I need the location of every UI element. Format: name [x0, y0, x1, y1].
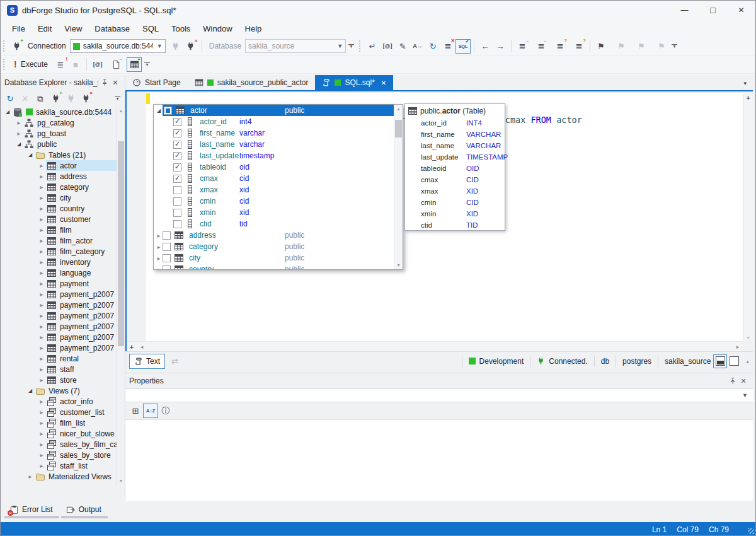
expander-icon[interactable]	[37, 398, 46, 405]
expander-icon[interactable]	[37, 409, 46, 416]
close-panel-icon[interactable]	[110, 78, 121, 88]
expander-icon[interactable]	[37, 280, 46, 287]
checkbox[interactable]	[173, 118, 181, 126]
tree-item[interactable]: sales_by_store	[1, 450, 117, 460]
alphabetical-icon[interactable]: A↓Z	[143, 404, 158, 418]
toolbar-overflow-button[interactable]	[115, 96, 120, 100]
expander-icon[interactable]	[37, 323, 46, 330]
expander-icon[interactable]	[155, 243, 163, 250]
tree-item[interactable]: film_actor	[1, 235, 117, 246]
tree-item[interactable]: nicer_but_slowe	[1, 428, 117, 439]
tree-item[interactable]: pg_toast	[1, 128, 117, 139]
expander-icon[interactable]	[37, 301, 46, 308]
expander-icon[interactable]	[26, 152, 35, 158]
toggle-bookmark-icon[interactable]: ⚑	[593, 39, 609, 54]
connection-state[interactable]: Connected.	[534, 357, 590, 366]
next-bookmark-icon[interactable]: ⚑	[634, 39, 649, 54]
toolbar-grip[interactable]	[3, 40, 6, 52]
checkbox[interactable]	[173, 175, 181, 183]
go-to-line-icon[interactable]: ↵	[365, 39, 380, 54]
scroll-right-icon[interactable]	[733, 344, 743, 350]
clear-bookmarks-icon[interactable]: ⚑	[654, 39, 669, 54]
environment-indicator[interactable]: Development	[466, 357, 527, 366]
close-tab-icon[interactable]	[381, 79, 386, 86]
property-pages-icon[interactable]: ⓘ	[158, 404, 173, 418]
scroll-left-icon[interactable]	[137, 344, 147, 350]
tree-item[interactable]: actor_info	[1, 396, 117, 407]
expander-icon[interactable]	[14, 130, 23, 137]
popup-scrollbar[interactable]: ▴ ▾	[394, 105, 403, 269]
connect-icon[interactable]	[168, 39, 183, 54]
decrease-indent-icon[interactable]: ≣←	[534, 39, 549, 54]
checkbox-mixed[interactable]	[164, 107, 172, 115]
pin-icon[interactable]	[726, 376, 738, 386]
checkbox[interactable]	[173, 129, 181, 137]
popup-selected-table-row[interactable]: actor public	[154, 105, 403, 116]
increase-indent-icon[interactable]: ≣→	[515, 39, 530, 54]
split-editor-button[interactable]	[127, 342, 137, 352]
expander-icon[interactable]	[37, 441, 46, 448]
tree-item[interactable]: film	[1, 224, 117, 235]
document-list-chevron-icon[interactable]	[743, 80, 752, 89]
expander-icon[interactable]	[37, 205, 46, 212]
checkbox[interactable]	[173, 220, 181, 228]
expander-icon[interactable]	[37, 184, 46, 190]
expander-icon[interactable]	[37, 216, 46, 223]
checkbox[interactable]	[173, 163, 181, 172]
tab-sakila-source-public-actor[interactable]: sakila_source_public_actor	[188, 75, 316, 90]
explorer-scrollbar[interactable]: ▴ ▾	[117, 107, 125, 485]
comment-icon[interactable]: ≣?	[553, 39, 568, 54]
duplicate-icon[interactable]: ⧉	[33, 91, 48, 106]
text-view-button[interactable]: Text	[129, 354, 165, 369]
popup-table-row[interactable]: category public	[154, 241, 403, 252]
toolbar-grip[interactable]	[3, 59, 6, 70]
maximize-button[interactable]	[699, 1, 727, 20]
toolbar-overflow-button[interactable]	[144, 62, 150, 66]
tree-item[interactable]: customer_list	[1, 407, 117, 417]
tree-item[interactable]: city	[1, 192, 117, 203]
tree-item[interactable]: staff_list	[1, 460, 117, 471]
expander-icon[interactable]	[37, 259, 46, 265]
parameters-icon[interactable]: [@]	[380, 39, 395, 54]
popup-column-row[interactable]: ctid tid	[154, 218, 403, 230]
db-badge[interactable]: db	[598, 357, 612, 366]
expander-icon[interactable]	[3, 109, 12, 115]
expander-icon[interactable]	[37, 194, 46, 201]
menu-window[interactable]: Window	[197, 21, 238, 36]
new-connection-icon[interactable]: +	[9, 39, 24, 54]
tree-item[interactable]: address	[1, 171, 117, 182]
checkbox[interactable]	[173, 152, 181, 160]
popup-column-row[interactable]: last_name varchar	[154, 139, 403, 150]
expander-icon[interactable]	[37, 291, 46, 298]
refresh-icon[interactable]: ↻	[3, 91, 18, 106]
tree-item[interactable]: pg_catalog	[1, 117, 117, 128]
tree-item[interactable]: rental	[1, 353, 117, 364]
menu-edit[interactable]: Edit	[32, 21, 58, 36]
expander-icon[interactable]	[37, 376, 46, 383]
expander-icon[interactable]	[37, 248, 46, 255]
editor-vertical-scrollbar[interactable]	[743, 93, 753, 341]
categorized-icon[interactable]: ⊞	[128, 404, 143, 418]
tree-item[interactable]: payment_p2007	[1, 310, 117, 321]
tree-item[interactable]: Materialized Views	[1, 471, 117, 482]
tree-item[interactable]: payment_p2007	[1, 342, 117, 353]
split-editor-button[interactable]	[743, 93, 753, 103]
tree-item[interactable]: actor	[1, 160, 117, 171]
popup-column-row[interactable]: first_name varchar	[154, 127, 403, 139]
split-bottom-view-button[interactable]	[713, 354, 727, 368]
tree-item[interactable]: staff	[1, 364, 117, 375]
menu-view[interactable]: View	[58, 21, 88, 36]
tab-error-list[interactable]: Error List	[4, 503, 59, 518]
checkbox[interactable]	[163, 231, 171, 240]
expander-icon[interactable]	[37, 430, 46, 437]
tree-item[interactable]: language	[1, 267, 117, 278]
expander-icon[interactable]	[37, 344, 46, 351]
uncomment-icon[interactable]: ≣?	[571, 39, 587, 54]
tree-item[interactable]: public	[1, 139, 117, 149]
expander-icon[interactable]	[37, 312, 46, 319]
scroll-up-icon[interactable]: ▴	[117, 107, 125, 115]
tree-item[interactable]: sales_by_film_ca	[1, 439, 117, 450]
database-select[interactable]: sakila_source ▼	[245, 39, 346, 53]
scrollbar-thumb[interactable]	[395, 120, 402, 137]
checkbox[interactable]	[173, 141, 181, 149]
